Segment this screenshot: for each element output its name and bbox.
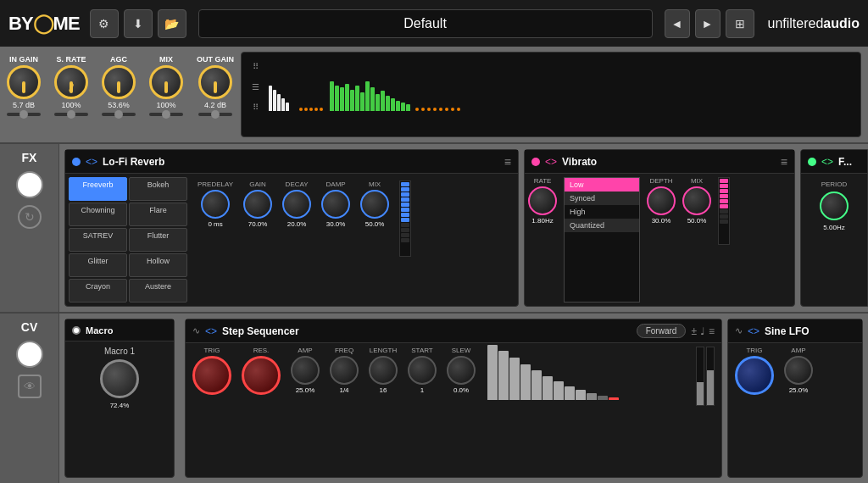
gain-knob[interactable]	[243, 190, 272, 219]
cv-eye-btn[interactable]: 👁	[18, 375, 42, 398]
in-gain-slider[interactable]	[7, 113, 41, 116]
step-bar-10[interactable]	[587, 393, 597, 400]
right-nav-arrows[interactable]: <>	[821, 156, 833, 168]
reverb-nav-arrows[interactable]: <>	[86, 156, 97, 168]
decay-knob[interactable]	[282, 190, 311, 219]
decay-label: DECAY	[286, 180, 309, 188]
agc-slider[interactable]	[102, 113, 136, 116]
vibrato-mode-high[interactable]: High	[565, 205, 639, 219]
step-amp-label: AMP	[298, 347, 312, 354]
step-bar-6[interactable]	[542, 376, 553, 400]
step-start-value: 1	[420, 386, 424, 394]
vibrato-nav-arrows[interactable]: <>	[545, 156, 557, 168]
vibrato-menu-icon[interactable]: ≡	[781, 155, 787, 169]
preset-flutter[interactable]: Flutter	[129, 228, 187, 252]
step-direction-btn[interactable]: Forward	[637, 324, 687, 338]
step-start-knob[interactable]	[408, 356, 437, 385]
settings-button[interactable]: ⚙	[90, 9, 119, 38]
preset-glitter[interactable]: Glitter	[69, 253, 127, 277]
step-bar-2[interactable]	[498, 351, 509, 400]
step-res-group: RES.	[242, 347, 281, 397]
vibrato-mix-knob[interactable]	[682, 186, 711, 215]
vibrato-mode-dropdown: Low Synced High Quantized	[564, 177, 640, 303]
sine-trig-knob[interactable]	[735, 356, 774, 395]
preset-hollow[interactable]: Hollow	[129, 253, 187, 277]
spectrum-dots-btn[interactable]: ⠿	[247, 58, 264, 75]
step-bar-3[interactable]	[509, 358, 520, 400]
spectrum-bars-btn[interactable]: ☰	[247, 78, 264, 95]
step-bar-9[interactable]	[576, 390, 586, 400]
reverb-mix-knob[interactable]	[360, 190, 389, 219]
step-plus-icon[interactable]: ±	[691, 325, 697, 337]
folder-button[interactable]: 📂	[158, 9, 186, 38]
macro-knob[interactable]	[100, 359, 139, 398]
vibrato-header: <> Vibrato ≡	[525, 150, 794, 174]
step-freq-knob[interactable]	[330, 356, 359, 385]
step-length-knob[interactable]	[369, 356, 398, 385]
step-bar-8[interactable]	[565, 386, 575, 400]
spectrum-grid-btn[interactable]: ⠿	[247, 98, 264, 115]
period-knob[interactable]	[820, 192, 849, 220]
out-gain-slider[interactable]	[198, 113, 232, 116]
nav-next-button[interactable]: ►	[695, 9, 721, 38]
step-bars	[486, 347, 686, 402]
sine-nav-arrows[interactable]: <>	[748, 325, 760, 337]
step-res-knob[interactable]	[242, 356, 281, 395]
step-nav-arrows[interactable]: <>	[205, 325, 217, 337]
preset-austere[interactable]: Austere	[129, 279, 187, 303]
vibrato-depth-knob[interactable]	[647, 186, 676, 215]
step-note-icon[interactable]: ♩	[700, 325, 705, 337]
vibrato-mode-synced[interactable]: Synced	[565, 192, 639, 205]
step-slew-knob[interactable]	[447, 356, 476, 385]
s-rate-knob[interactable]	[54, 65, 88, 99]
predelay-knob[interactable]	[201, 190, 230, 219]
download-button[interactable]: ⬇	[124, 9, 153, 38]
step-freq-label: FREQ	[335, 347, 353, 354]
step-bar-5[interactable]	[531, 370, 542, 400]
midi-button[interactable]: ⊞	[726, 9, 754, 38]
sine-trig-group: TRIG	[735, 347, 774, 395]
fx-label: FX	[22, 151, 37, 164]
vibrato-rate-knob[interactable]	[528, 186, 557, 215]
step-bar-7[interactable]	[554, 381, 564, 400]
preset-flare[interactable]: Flare	[129, 203, 187, 226]
mix-slider[interactable]	[149, 113, 183, 116]
s-rate-slider[interactable]	[54, 113, 88, 116]
step-bar-1[interactable]	[487, 345, 498, 400]
sine-lfo-module: ∿ <> Sine LFO TRIG AMP 25.0%	[727, 319, 863, 478]
damp-knob[interactable]	[321, 190, 350, 219]
out-gain-value: 4.2 dB	[204, 101, 226, 109]
sine-amp-knob[interactable]	[784, 356, 813, 385]
fx-circle-top[interactable]	[16, 171, 43, 198]
s-rate-value: 100%	[61, 101, 81, 109]
mix-knob[interactable]	[149, 65, 183, 99]
cv-panel: CV 👁	[0, 314, 59, 483]
preset-bokeh[interactable]: Bokeh	[129, 177, 187, 201]
preset-freeverb[interactable]: Freeverb	[69, 177, 127, 201]
step-title: Step Sequencer	[222, 325, 299, 337]
agc-knob[interactable]	[102, 65, 136, 99]
macro-value: 72.4%	[110, 402, 130, 409]
out-gain-knob[interactable]	[198, 65, 232, 99]
in-gain-knob[interactable]	[7, 65, 41, 99]
preset-chowning[interactable]: Chowning	[69, 203, 127, 226]
vibrato-mode-quantized[interactable]: Quantized	[565, 219, 639, 232]
step-trig-knob[interactable]	[192, 356, 231, 395]
vibrato-depth-group: DEPTH 30.0%	[647, 177, 676, 303]
fx-refresh-btn[interactable]: ↻	[18, 205, 42, 229]
vibrato-mode-low[interactable]: Low	[565, 178, 639, 192]
preset-satrev[interactable]: SATREV	[69, 228, 127, 252]
nav-prev-button[interactable]: ◄	[665, 9, 690, 38]
step-bar-11[interactable]	[598, 396, 608, 400]
step-bar-4[interactable]	[520, 364, 531, 400]
brand-logo: unfilteredunfiltered audioaudio	[768, 16, 860, 31]
step-freq-group: FREQ 1/4	[330, 347, 359, 394]
s-rate-label: S. RATE	[57, 55, 86, 64]
step-menu-icon[interactable]: ≡	[709, 325, 715, 337]
step-amp-knob[interactable]	[291, 356, 320, 385]
reverb-menu-icon[interactable]: ≡	[504, 155, 511, 169]
cv-circle-top[interactable]	[16, 341, 43, 368]
sine-amp-group: AMP 25.0%	[784, 347, 813, 394]
preset-crayon[interactable]: Crayon	[69, 279, 127, 303]
step-bar-12[interactable]	[609, 397, 619, 400]
